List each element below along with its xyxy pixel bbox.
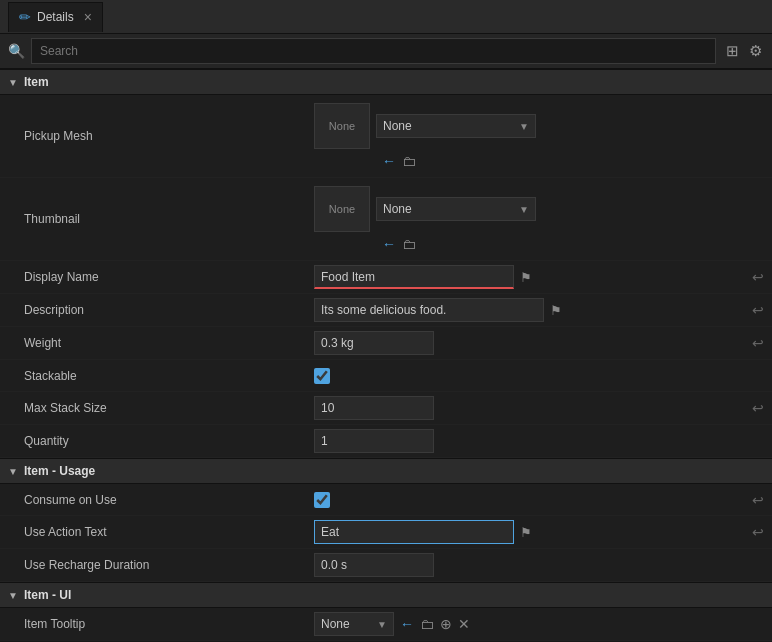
item-tooltip-value: None ▼ ← 🗀 ⊕ ✕	[310, 610, 772, 638]
item-tooltip-remove-icon[interactable]: ✕	[458, 616, 470, 632]
weight-value	[310, 329, 752, 357]
main-content: ▼ Item Pickup Mesh None None ▼ ←	[0, 69, 772, 641]
max-stack-size-reset[interactable]: ↩	[752, 400, 764, 416]
details-tab-label: Details	[37, 10, 74, 24]
item-tooltip-dropdown-arrow: ▼	[377, 619, 387, 630]
use-action-text-flag-icon[interactable]: ⚑	[520, 525, 532, 540]
section-item-ui-triangle: ▼	[8, 590, 18, 601]
pickup-mesh-dropdown[interactable]: None ▼	[376, 114, 536, 138]
consume-on-use-row: Consume on Use ↩	[0, 484, 772, 516]
max-stack-size-row: Max Stack Size ↩	[0, 392, 772, 425]
section-item-ui-header[interactable]: ▼ Item - UI	[0, 582, 772, 608]
pickup-mesh-folder-icon[interactable]: 🗀	[402, 153, 416, 169]
pickup-mesh-value: None None ▼ ← 🗀	[310, 97, 772, 175]
search-icon: 🔍	[8, 43, 25, 59]
display-name-reset[interactable]: ↩	[752, 269, 764, 285]
pickup-mesh-arrow-icon[interactable]: ←	[382, 153, 396, 169]
consume-on-use-reset[interactable]: ↩	[752, 492, 764, 508]
consume-on-use-value	[310, 490, 752, 510]
pickup-mesh-none-box: None	[314, 103, 370, 149]
use-action-text-value: ⚑	[310, 518, 752, 546]
max-stack-size-input[interactable]	[314, 396, 434, 420]
section-item-title: Item	[24, 75, 49, 89]
pickup-mesh-main-row: None None ▼	[314, 103, 536, 149]
pickup-mesh-block: None None ▼ ← 🗀	[314, 99, 536, 173]
weight-row: Weight ↩	[0, 327, 772, 360]
thumbnail-actions: ← 🗀	[314, 236, 536, 252]
consume-on-use-label: Consume on Use	[0, 489, 310, 511]
thumbnail-folder-icon[interactable]: 🗀	[402, 236, 416, 252]
section-item-triangle: ▼	[8, 77, 18, 88]
details-tab[interactable]: ✏ Details ×	[8, 2, 103, 32]
search-input[interactable]	[31, 38, 716, 64]
quantity-input[interactable]	[314, 429, 434, 453]
settings-button[interactable]: ⚙	[747, 40, 764, 62]
display-name-flag-icon[interactable]: ⚑	[520, 270, 532, 285]
thumbnail-value: None None ▼ ← 🗀	[310, 180, 772, 258]
item-tooltip-add-icon[interactable]: ⊕	[440, 616, 452, 632]
quantity-row: Quantity	[0, 425, 772, 458]
details-tab-close[interactable]: ×	[84, 9, 92, 25]
section-item-header[interactable]: ▼ Item	[0, 69, 772, 95]
description-row: Description ⚑ ↩	[0, 294, 772, 327]
use-recharge-duration-row: Use Recharge Duration	[0, 549, 772, 582]
quantity-label: Quantity	[0, 430, 310, 452]
consume-on-use-checkbox[interactable]	[314, 492, 330, 508]
use-action-text-label: Use Action Text	[0, 521, 310, 543]
thumbnail-label: Thumbnail	[0, 208, 310, 230]
pickup-mesh-actions: ← 🗀	[314, 153, 536, 169]
weight-reset[interactable]: ↩	[752, 335, 764, 351]
section-item-usage-title: Item - Usage	[24, 464, 95, 478]
toolbar-icons: ⊞ ⚙	[724, 40, 764, 62]
tab-bar: ✏ Details ×	[0, 0, 772, 34]
item-tooltip-arrow-icon[interactable]: ←	[400, 616, 414, 632]
thumbnail-dropdown-arrow: ▼	[519, 204, 529, 215]
description-label: Description	[0, 299, 310, 321]
description-input[interactable]	[314, 298, 544, 322]
thumbnail-main-row: None None ▼	[314, 186, 536, 232]
display-name-input[interactable]	[314, 265, 514, 289]
grid-view-button[interactable]: ⊞	[724, 40, 741, 62]
section-item-ui-title: Item - UI	[24, 588, 71, 602]
weight-input[interactable]	[314, 331, 434, 355]
stackable-checkbox[interactable]	[314, 368, 330, 384]
display-name-value: ⚑	[310, 263, 752, 291]
quantity-value	[310, 427, 772, 455]
thumbnail-arrow-icon[interactable]: ←	[382, 236, 396, 252]
thumbnail-dropdown[interactable]: None ▼	[376, 197, 536, 221]
use-action-text-input[interactable]	[314, 520, 514, 544]
max-stack-size-label: Max Stack Size	[0, 397, 310, 419]
thumbnail-row: Thumbnail None None ▼ ← 🗀	[0, 178, 772, 261]
section-item-usage-header[interactable]: ▼ Item - Usage	[0, 458, 772, 484]
pickup-mesh-dropdown-arrow: ▼	[519, 121, 529, 132]
stackable-value	[310, 366, 772, 386]
use-action-text-row: Use Action Text ⚑ ↩	[0, 516, 772, 549]
max-stack-size-value	[310, 394, 752, 422]
search-bar: 🔍 ⊞ ⚙	[0, 34, 772, 69]
item-tooltip-folder-icon[interactable]: 🗀	[420, 616, 434, 632]
display-name-row: Display Name ⚑ ↩	[0, 261, 772, 294]
use-recharge-duration-label: Use Recharge Duration	[0, 554, 310, 576]
use-recharge-duration-value	[310, 551, 772, 579]
thumbnail-block: None None ▼ ← 🗀	[314, 182, 536, 256]
use-recharge-duration-input[interactable]	[314, 553, 434, 577]
item-tooltip-row: Item Tooltip None ▼ ← 🗀 ⊕ ✕	[0, 608, 772, 641]
pickup-mesh-row: Pickup Mesh None None ▼ ← 🗀	[0, 95, 772, 178]
item-tooltip-dropdown[interactable]: None ▼	[314, 612, 394, 636]
description-reset[interactable]: ↩	[752, 302, 764, 318]
stackable-row: Stackable	[0, 360, 772, 392]
details-tab-icon: ✏	[19, 9, 31, 25]
item-tooltip-label: Item Tooltip	[0, 613, 310, 635]
description-value: ⚑	[310, 296, 752, 324]
display-name-label: Display Name	[0, 266, 310, 288]
use-action-text-reset[interactable]: ↩	[752, 524, 764, 540]
section-item-usage-triangle: ▼	[8, 466, 18, 477]
description-flag-icon[interactable]: ⚑	[550, 303, 562, 318]
pickup-mesh-label: Pickup Mesh	[0, 125, 310, 147]
weight-label: Weight	[0, 332, 310, 354]
thumbnail-none-box: None	[314, 186, 370, 232]
search-bar-inner: 🔍	[8, 38, 716, 64]
stackable-label: Stackable	[0, 365, 310, 387]
